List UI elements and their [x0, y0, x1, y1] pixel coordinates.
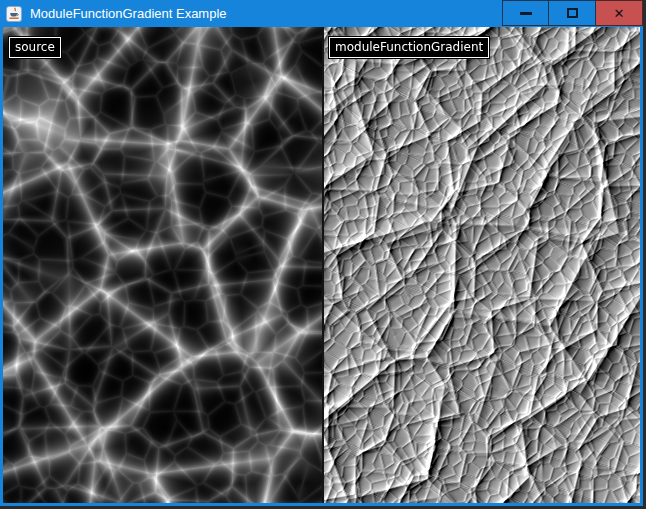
source-label: source [9, 37, 61, 58]
maximize-button[interactable] [549, 0, 596, 26]
maximize-icon [567, 8, 578, 18]
source-noise-image [3, 27, 322, 503]
app-window: ModuleFunctionGradient Example ✕ source … [0, 0, 643, 506]
window-title: ModuleFunctionGradient Example [30, 6, 227, 21]
minimize-button[interactable] [502, 0, 549, 26]
panel-module-function-gradient: moduleFunctionGradient [324, 27, 640, 503]
module-function-gradient-label: moduleFunctionGradient [329, 37, 489, 58]
client-area: source moduleFunctionGradient [3, 27, 640, 503]
java-coffee-cup-icon[interactable] [6, 6, 22, 22]
close-icon: ✕ [614, 7, 625, 20]
titlebar[interactable]: ModuleFunctionGradient Example ✕ [0, 0, 643, 27]
panel-source: source [3, 27, 322, 503]
window-controls: ✕ [502, 0, 643, 26]
close-button[interactable]: ✕ [596, 0, 643, 26]
gradient-noise-image [324, 27, 640, 503]
minimize-icon [520, 12, 532, 15]
